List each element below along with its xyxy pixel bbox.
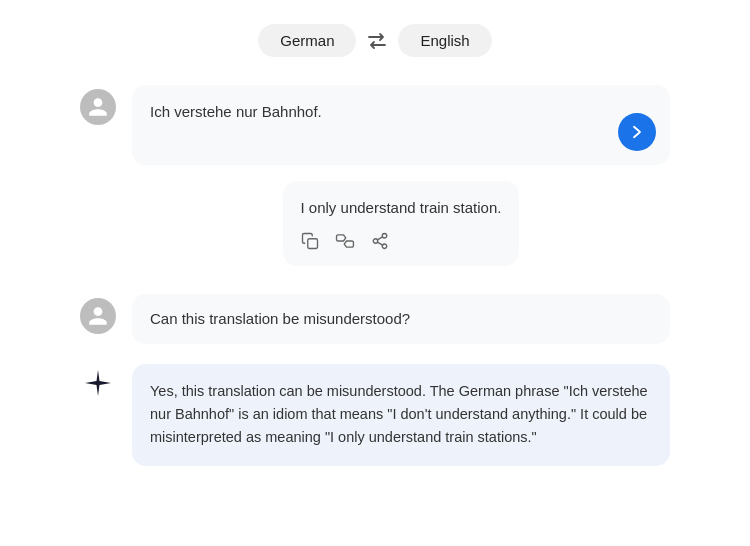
user-avatar-2 — [80, 298, 116, 334]
svg-line-5 — [377, 236, 382, 239]
chat-question-card: Can this translation be misunderstood? — [132, 294, 670, 345]
translation-input-row: Ich verstehe nur Bahnhof. — [80, 85, 670, 165]
svg-line-4 — [377, 242, 382, 245]
ai-response-card: Yes, this translation can be misundersto… — [132, 364, 670, 466]
feedback-button[interactable] — [335, 232, 355, 250]
send-button[interactable] — [618, 113, 656, 151]
source-language-button[interactable]: German — [258, 24, 356, 57]
user-avatar — [80, 89, 116, 125]
translation-input-card: Ich verstehe nur Bahnhof. — [132, 85, 670, 165]
ai-response-row: Yes, this translation can be misundersto… — [80, 364, 670, 466]
ai-response-text: Yes, this translation can be misundersto… — [150, 380, 652, 450]
translation-input-text: Ich verstehe nur Bahnhof. — [150, 101, 652, 124]
copy-button[interactable] — [301, 232, 319, 250]
ai-avatar — [80, 368, 116, 404]
translation-output-text: I only understand train station. — [301, 197, 502, 220]
swap-languages-icon[interactable] — [366, 32, 388, 50]
chat-question-row: Can this translation be misunderstood? — [80, 294, 670, 345]
action-icons-row — [301, 232, 502, 250]
language-switcher: German English — [258, 24, 491, 57]
chat-question-text: Can this translation be misunderstood? — [150, 308, 652, 331]
translation-output-card: I only understand train station. — [283, 181, 520, 266]
sparkle-icon — [83, 368, 113, 404]
target-language-button[interactable]: English — [398, 24, 491, 57]
svg-rect-0 — [307, 238, 317, 248]
share-button[interactable] — [371, 232, 389, 250]
